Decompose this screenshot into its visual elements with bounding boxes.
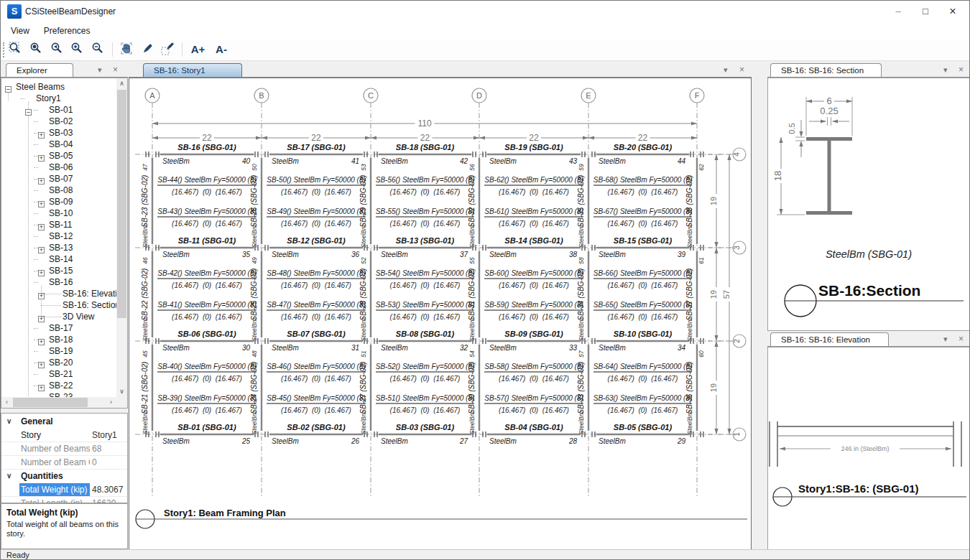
tree-item-sb-21[interactable]: +SB-21 bbox=[1, 368, 115, 380]
explorer-tab-close-icon[interactable]: × bbox=[113, 65, 118, 74]
vertical-beam-number: 54 bbox=[468, 350, 476, 358]
tree-horizontal-scroll-thumb[interactable] bbox=[13, 398, 88, 407]
property-group-quantities[interactable]: ∨Quantities bbox=[1, 470, 127, 482]
vertical-beam-sub: SteelBm bbox=[468, 411, 476, 434]
infill-values: (16.467) (0) (16.467) bbox=[281, 188, 351, 196]
tree-item-sb-11[interactable]: +SB-11 bbox=[1, 219, 115, 230]
tree-item-sb-03[interactable]: +SB-03 bbox=[1, 127, 115, 139]
toolbar-grip[interactable] bbox=[3, 42, 6, 57]
tree-item-sb-02[interactable]: +SB-02 bbox=[1, 116, 115, 127]
zoom-previous-icon[interactable] bbox=[49, 41, 66, 58]
group-collapse-icon[interactable]: ∨ bbox=[6, 470, 11, 482]
properties-panel: ∨GeneralStoryStory1Number of Beams68Numb… bbox=[1, 413, 128, 503]
plan-tab-menu-icon[interactable]: ▾ bbox=[724, 65, 728, 74]
girder-sub-label: SteelBm bbox=[381, 344, 408, 352]
infill-values: (16.467) (0) (16.467) bbox=[608, 375, 678, 383]
tree-scroll-down-arrow[interactable]: ∨ bbox=[116, 386, 127, 397]
dim-text: 22 bbox=[311, 133, 321, 143]
pan-hand-icon[interactable] bbox=[119, 41, 136, 58]
font-increase-button[interactable]: A+ bbox=[188, 41, 208, 58]
vertical-beam-sub: SteelBm bbox=[578, 318, 585, 341]
toolbar-separator bbox=[112, 42, 113, 57]
elevation-tab-menu-icon[interactable]: ▾ bbox=[943, 335, 948, 343]
dim-text: 57 bbox=[722, 290, 731, 299]
menu-item-view[interactable]: View bbox=[4, 22, 37, 39]
tree-item-sb-01[interactable]: +SB-01 bbox=[1, 104, 115, 116]
girder-label-SB-03: SB-03 (SBG-01) bbox=[396, 423, 455, 431]
group-collapse-icon[interactable]: ∨ bbox=[6, 415, 11, 428]
infill-label-SB-43: SB-43() SteelBm Fy=50000 (8) bbox=[157, 207, 257, 215]
tree-vertical-scroll-thumb[interactable] bbox=[117, 90, 126, 318]
tree-item-sb-16[interactable]: –SB-16 bbox=[1, 276, 115, 288]
girder-sub-label: SteelBm bbox=[272, 437, 299, 445]
tree-item-sb-20[interactable]: +SB-20 bbox=[1, 357, 115, 368]
dim-arrow bbox=[479, 136, 485, 139]
vertical-beam-number: 46 bbox=[142, 257, 149, 264]
property-group-general[interactable]: ∨General bbox=[1, 415, 127, 428]
infill-values: (16.467) (0) (16.467) bbox=[281, 220, 351, 228]
tree-item-sb-13[interactable]: +SB-13 bbox=[1, 242, 115, 253]
tree-item-sb-12[interactable]: +SB-12 bbox=[1, 230, 115, 242]
property-row-total-weight-kip-[interactable]: Total Weight (kip)48.3067 bbox=[1, 483, 127, 497]
tree-scroll-left-arrow[interactable]: ‹ bbox=[1, 397, 12, 408]
maximize-button[interactable]: □ bbox=[913, 4, 938, 19]
close-button[interactable]: × bbox=[941, 4, 965, 19]
tree-item-sb-09[interactable]: +SB-09 bbox=[1, 196, 115, 207]
draw-pen-region-icon[interactable] bbox=[160, 41, 177, 58]
tree-item-sb-15[interactable]: +SB-15 bbox=[1, 265, 115, 276]
dim-arrow bbox=[779, 137, 782, 143]
tree-item-sb-19[interactable]: +SB-19 bbox=[1, 345, 115, 357]
elevation-tab-close-icon[interactable]: × bbox=[959, 335, 964, 343]
tree-item-sb-22[interactable]: +SB-22 bbox=[1, 380, 115, 391]
font-decrease-button[interactable]: A- bbox=[211, 41, 231, 58]
tree-item-sb-16-elevation[interactable]: SB-16: Elevation bbox=[1, 288, 115, 299]
tree-item-steel-beams[interactable]: –Steel Beams bbox=[1, 81, 115, 93]
tab-explorer[interactable]: Explorer bbox=[6, 63, 73, 77]
plan-tab-bar: SB-16: Story1 ▾ × bbox=[129, 62, 752, 78]
zoom-out-icon[interactable] bbox=[90, 41, 107, 58]
tree-item-sb-14[interactable]: +SB-14 bbox=[1, 253, 115, 265]
property-row-number-of-beam-groups[interactable]: Number of Beam Groups0 bbox=[1, 456, 127, 470]
tree-item-3d-view[interactable]: 3D View bbox=[1, 311, 115, 322]
vertical-beam-sub: SteelBm bbox=[251, 411, 258, 434]
zoom-in-icon[interactable] bbox=[69, 41, 86, 58]
tree-item-sb-18[interactable]: +SB-18 bbox=[1, 334, 115, 345]
girder-sub-label: SteelBm bbox=[272, 251, 299, 258]
tree-collapse-box[interactable]: – bbox=[5, 86, 11, 93]
infill-label-SB-61: SB-61() SteelBm Fy=50000 (8) bbox=[484, 207, 583, 215]
property-row-story[interactable]: StoryStory1 bbox=[1, 429, 127, 442]
dim-arrow bbox=[799, 141, 803, 146]
tree-item-sb-17[interactable]: +SB-17 bbox=[1, 322, 115, 334]
zoom-window-icon[interactable] bbox=[8, 41, 25, 58]
plan-tab-close-icon[interactable]: × bbox=[739, 65, 744, 74]
tab-section[interactable]: SB-16: SB-16: Section bbox=[770, 63, 882, 77]
property-row-number-of-beams[interactable]: Number of Beams68 bbox=[1, 442, 127, 456]
draw-pen-icon[interactable] bbox=[139, 41, 156, 58]
tree-expand-box[interactable]: + bbox=[38, 408, 45, 409]
tree-item-story1[interactable]: –Story1 bbox=[1, 93, 115, 104]
tree-item-sb-08[interactable]: +SB-08 bbox=[1, 185, 115, 196]
vertical-beam-sub: SteelBm bbox=[142, 318, 149, 341]
menu-item-preferences[interactable]: Preferences bbox=[37, 22, 98, 39]
minimize-button[interactable]: – bbox=[886, 4, 910, 19]
tree-scroll-up-arrow[interactable]: ∧ bbox=[116, 78, 127, 89]
infill-values: (16.467) (0) (16.467) bbox=[499, 281, 569, 289]
tree-item-sb-10[interactable]: +SB-10 bbox=[1, 207, 115, 219]
section-tab-close-icon[interactable]: × bbox=[959, 65, 964, 74]
infill-values: (16.467) (0) (16.467) bbox=[390, 313, 461, 321]
girder-number: 30 bbox=[242, 344, 251, 352]
explorer-tab-menu-icon[interactable]: ▾ bbox=[98, 65, 102, 74]
tree-scroll-right-arrow[interactable]: › bbox=[106, 397, 116, 408]
tree-item-sb-16-section[interactable]: SB-16: Section bbox=[1, 299, 115, 311]
section-tab-menu-icon[interactable]: ▾ bbox=[943, 65, 948, 74]
vertical-beam-sub: SteelBm bbox=[468, 225, 476, 248]
vertical-beam-number: 56 bbox=[468, 164, 476, 171]
tree-item-sb-07[interactable]: +SB-07 bbox=[1, 173, 115, 185]
tree-item-sb-06[interactable]: +SB-06 bbox=[1, 162, 115, 173]
zoom-fill-icon[interactable] bbox=[28, 41, 45, 58]
vertical-beam-label-SB-32: SB-32 (SBG-02) bbox=[468, 175, 476, 228]
tab-elevation[interactable]: SB-16: SB-16: Elevation bbox=[770, 332, 889, 346]
tree-item-sb-05[interactable]: +SB-05 bbox=[1, 150, 115, 162]
tab-plan-story1[interactable]: SB-16: Story1 bbox=[143, 63, 242, 77]
tree-item-sb-04[interactable]: +SB-04 bbox=[1, 139, 115, 150]
